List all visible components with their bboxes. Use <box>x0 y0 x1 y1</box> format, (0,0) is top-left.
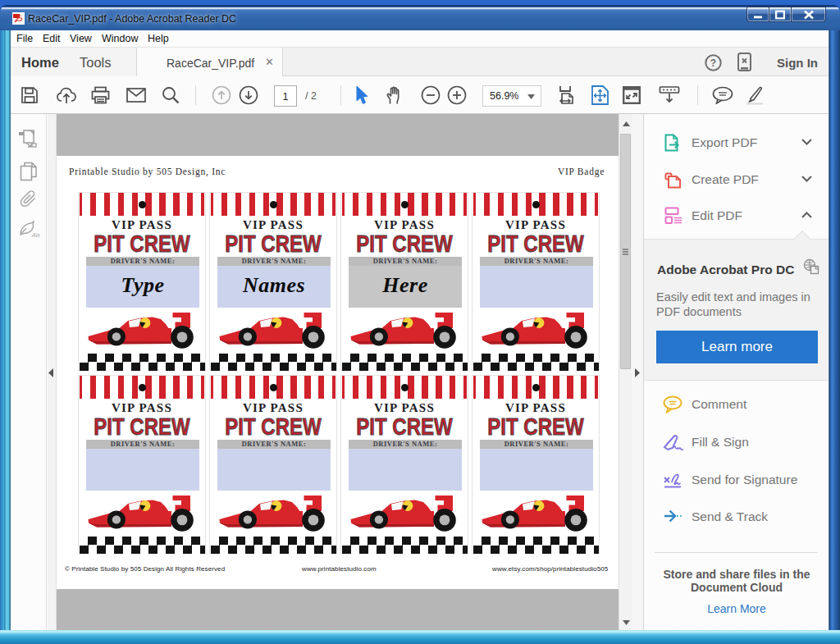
svg-text:?: ? <box>710 57 716 69</box>
svg-text:Alx: Alx <box>31 232 40 238</box>
